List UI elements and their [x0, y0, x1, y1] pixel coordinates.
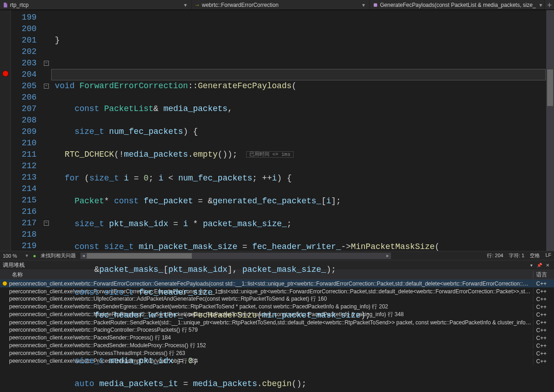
- svg-rect-0: [374, 3, 377, 7]
- breadcrumb-scope[interactable]: → webrtc::ForwardErrorCorrection ▾: [192, 0, 370, 10]
- fold-gutter[interactable]: − − −: [43, 10, 51, 251]
- dropdown-icon[interactable]: ▾: [538, 2, 544, 8]
- line-number: 203: [13, 58, 37, 69]
- line-number: 200: [13, 23, 37, 35]
- line-number: 219: [13, 240, 37, 252]
- line-number: 218: [13, 229, 37, 240]
- horizontal-scrollbar[interactable]: ◂ ▸: [80, 253, 391, 259]
- scroll-left-icon[interactable]: ◂: [80, 253, 87, 259]
- code-editor[interactable]: 1992002012022032042052062072082092102112…: [0, 10, 554, 251]
- dropdown-icon[interactable]: ▾: [360, 2, 367, 8]
- scrollbar-thumb[interactable]: [547, 69, 553, 106]
- breadcrumb-symbol-label: GenerateFecPayloads(const PacketList & m…: [380, 2, 536, 8]
- dropdown-icon[interactable]: ▾: [182, 2, 189, 8]
- line-number: 213: [13, 172, 37, 183]
- line-number: 201: [13, 35, 37, 46]
- panel-title: 调用堆栈: [3, 261, 25, 269]
- breadcrumb-file[interactable]: rtp_rtcp ▾: [0, 0, 192, 10]
- line-number: 211: [13, 149, 37, 160]
- arrow-icon: →: [195, 2, 200, 8]
- perf-hint: 已用时间 <= 1ms: [246, 151, 294, 158]
- split-icon[interactable]: [545, 0, 554, 10]
- breakpoint-gutter[interactable]: [0, 10, 11, 251]
- line-number: 214: [13, 183, 37, 195]
- line-number: 216: [13, 206, 37, 217]
- file-icon: [3, 2, 8, 8]
- breadcrumb-symbol[interactable]: GenerateFecPayloads(const PacketList & m…: [370, 0, 545, 10]
- breakpoint-icon[interactable]: [3, 71, 8, 76]
- check-icon: ●: [33, 253, 36, 259]
- line-number: 206: [13, 92, 37, 103]
- line-number: 209: [13, 126, 37, 138]
- line-number: 215: [13, 195, 37, 206]
- scrollbar-thumb[interactable]: [87, 253, 192, 259]
- method-icon: [373, 2, 378, 8]
- line-number: 207: [13, 103, 37, 115]
- breadcrumb-scope-label: webrtc::ForwardErrorCorrection: [202, 2, 279, 8]
- frame-icon: [0, 281, 9, 286]
- line-number: 204: [13, 69, 37, 80]
- fold-toggle[interactable]: −: [44, 84, 49, 89]
- line-number: 210: [13, 138, 37, 149]
- line-number: 217: [13, 217, 37, 229]
- breadcrumb-file-label: rtp_rtcp: [10, 2, 29, 8]
- current-line-highlight: [51, 69, 546, 80]
- navigation-bar: rtp_rtcp ▾ → webrtc::ForwardErrorCorrect…: [0, 0, 554, 10]
- scroll-right-icon[interactable]: ▸: [385, 253, 391, 259]
- line-number: 205: [13, 80, 37, 92]
- line-number: 212: [13, 160, 37, 172]
- line-number-gutter: 1992002012022032042052062072082092102112…: [11, 10, 43, 251]
- line-number: 202: [13, 46, 37, 58]
- fold-toggle[interactable]: −: [44, 61, 49, 66]
- fold-toggle[interactable]: −: [44, 221, 49, 226]
- line-number: 199: [13, 12, 37, 23]
- vertical-scrollbar[interactable]: [546, 10, 554, 251]
- zoom-level[interactable]: 100 %: [3, 253, 21, 259]
- code-area[interactable]: } void ForwardErrorCorrection::GenerateF…: [51, 10, 554, 251]
- line-number: 208: [13, 115, 37, 126]
